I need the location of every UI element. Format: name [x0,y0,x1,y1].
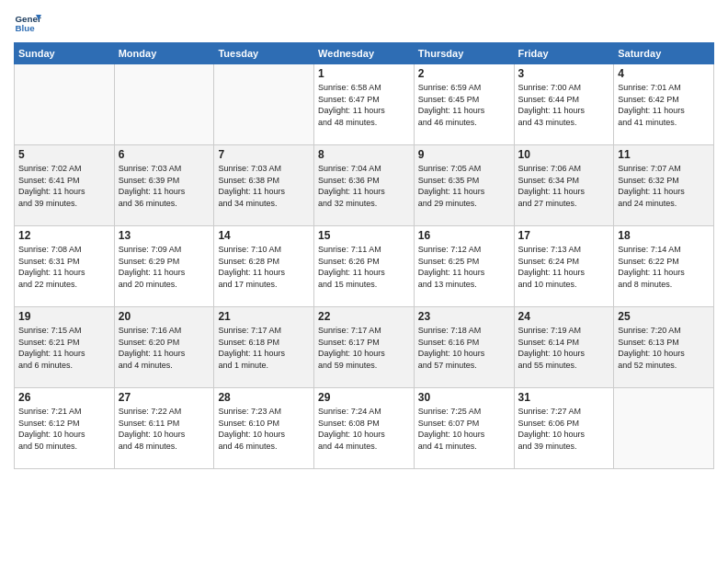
day-number: 20 [119,310,210,323]
weekday-thursday: Thursday [414,43,514,64]
day-number: 23 [418,310,510,323]
day-info: Sunrise: 7:03 AM Sunset: 6:39 PM Dayligh… [119,163,210,209]
week-row-3: 12Sunrise: 7:08 AM Sunset: 6:31 PM Dayli… [15,226,714,307]
day-info: Sunrise: 7:25 AM Sunset: 6:07 PM Dayligh… [418,406,510,452]
day-info: Sunrise: 7:04 AM Sunset: 6:36 PM Dayligh… [318,163,410,209]
day-cell: 22Sunrise: 7:17 AM Sunset: 6:17 PM Dayli… [314,307,415,388]
day-number: 3 [518,67,610,80]
day-info: Sunrise: 7:21 AM Sunset: 6:12 PM Dayligh… [18,406,110,452]
day-cell: 3Sunrise: 7:00 AM Sunset: 6:44 PM Daylig… [514,64,614,145]
weekday-tuesday: Tuesday [214,43,314,64]
day-cell: 11Sunrise: 7:07 AM Sunset: 6:32 PM Dayli… [614,145,714,226]
day-cell: 5Sunrise: 7:02 AM Sunset: 6:41 PM Daylig… [15,145,115,226]
day-number: 16 [418,229,510,242]
day-number: 27 [119,391,210,404]
day-cell [614,388,714,469]
day-info: Sunrise: 7:15 AM Sunset: 6:21 PM Dayligh… [18,325,110,371]
day-number: 18 [618,229,710,242]
day-info: Sunrise: 7:10 AM Sunset: 6:28 PM Dayligh… [218,244,310,290]
calendar-container: General Blue SundayMondayTuesdayWednesda… [0,0,728,563]
day-number: 24 [518,310,610,323]
day-info: Sunrise: 7:14 AM Sunset: 6:22 PM Dayligh… [618,244,710,290]
day-cell: 8Sunrise: 7:04 AM Sunset: 6:36 PM Daylig… [314,145,415,226]
day-info: Sunrise: 7:13 AM Sunset: 6:24 PM Dayligh… [518,244,610,290]
header: General Blue [14,9,714,37]
day-number: 29 [318,391,410,404]
day-info: Sunrise: 7:16 AM Sunset: 6:20 PM Dayligh… [119,325,210,371]
day-number: 28 [218,391,310,404]
day-info: Sunrise: 7:09 AM Sunset: 6:29 PM Dayligh… [119,244,210,290]
day-number: 19 [18,310,110,323]
day-number: 30 [418,391,510,404]
day-info: Sunrise: 7:17 AM Sunset: 6:17 PM Dayligh… [318,325,410,371]
day-info: Sunrise: 7:27 AM Sunset: 6:06 PM Dayligh… [518,406,610,452]
day-cell: 1Sunrise: 6:58 AM Sunset: 6:47 PM Daylig… [314,64,415,145]
day-number: 12 [18,229,110,242]
day-cell: 15Sunrise: 7:11 AM Sunset: 6:26 PM Dayli… [314,226,415,307]
week-row-1: 1Sunrise: 6:58 AM Sunset: 6:47 PM Daylig… [15,64,714,145]
weekday-sunday: Sunday [15,43,115,64]
logo-icon: General Blue [14,9,41,37]
day-cell [214,64,314,145]
day-cell: 13Sunrise: 7:09 AM Sunset: 6:29 PM Dayli… [114,226,214,307]
day-cell: 21Sunrise: 7:17 AM Sunset: 6:18 PM Dayli… [214,307,314,388]
day-info: Sunrise: 7:18 AM Sunset: 6:16 PM Dayligh… [418,325,510,371]
week-row-5: 26Sunrise: 7:21 AM Sunset: 6:12 PM Dayli… [15,388,714,469]
day-cell: 19Sunrise: 7:15 AM Sunset: 6:21 PM Dayli… [15,307,115,388]
day-cell: 12Sunrise: 7:08 AM Sunset: 6:31 PM Dayli… [15,226,115,307]
svg-text:Blue: Blue [16,23,36,33]
day-cell [114,64,214,145]
day-number: 5 [18,148,110,161]
day-cell: 7Sunrise: 7:03 AM Sunset: 6:38 PM Daylig… [214,145,314,226]
day-info: Sunrise: 7:19 AM Sunset: 6:14 PM Dayligh… [518,325,610,371]
weekday-wednesday: Wednesday [314,43,415,64]
day-cell: 2Sunrise: 6:59 AM Sunset: 6:45 PM Daylig… [414,64,514,145]
day-info: Sunrise: 7:12 AM Sunset: 6:25 PM Dayligh… [418,244,510,290]
day-number: 6 [119,148,210,161]
day-number: 10 [518,148,610,161]
day-cell: 24Sunrise: 7:19 AM Sunset: 6:14 PM Dayli… [514,307,614,388]
day-info: Sunrise: 6:59 AM Sunset: 6:45 PM Dayligh… [418,82,510,128]
day-info: Sunrise: 7:01 AM Sunset: 6:42 PM Dayligh… [618,82,710,128]
calendar-table: SundayMondayTuesdayWednesdayThursdayFrid… [14,42,714,469]
day-number: 13 [119,229,210,242]
day-number: 2 [418,67,510,80]
day-cell [15,64,115,145]
day-cell: 25Sunrise: 7:20 AM Sunset: 6:13 PM Dayli… [614,307,714,388]
day-number: 17 [518,229,610,242]
weekday-friday: Friday [514,43,614,64]
day-number: 31 [518,391,610,404]
day-number: 7 [218,148,310,161]
day-info: Sunrise: 6:58 AM Sunset: 6:47 PM Dayligh… [318,82,410,128]
day-cell: 14Sunrise: 7:10 AM Sunset: 6:28 PM Dayli… [214,226,314,307]
day-cell: 10Sunrise: 7:06 AM Sunset: 6:34 PM Dayli… [514,145,614,226]
day-cell: 16Sunrise: 7:12 AM Sunset: 6:25 PM Dayli… [414,226,514,307]
day-info: Sunrise: 7:08 AM Sunset: 6:31 PM Dayligh… [18,244,110,290]
day-cell: 31Sunrise: 7:27 AM Sunset: 6:06 PM Dayli… [514,388,614,469]
day-info: Sunrise: 7:17 AM Sunset: 6:18 PM Dayligh… [218,325,310,371]
day-cell: 30Sunrise: 7:25 AM Sunset: 6:07 PM Dayli… [414,388,514,469]
day-info: Sunrise: 7:06 AM Sunset: 6:34 PM Dayligh… [518,163,610,209]
day-number: 1 [318,67,410,80]
day-cell: 9Sunrise: 7:05 AM Sunset: 6:35 PM Daylig… [414,145,514,226]
day-cell: 4Sunrise: 7:01 AM Sunset: 6:42 PM Daylig… [614,64,714,145]
weekday-monday: Monday [114,43,214,64]
day-cell: 6Sunrise: 7:03 AM Sunset: 6:39 PM Daylig… [114,145,214,226]
day-cell: 28Sunrise: 7:23 AM Sunset: 6:10 PM Dayli… [214,388,314,469]
day-info: Sunrise: 7:07 AM Sunset: 6:32 PM Dayligh… [618,163,710,209]
day-number: 4 [618,67,710,80]
day-info: Sunrise: 7:03 AM Sunset: 6:38 PM Dayligh… [218,163,310,209]
day-cell: 17Sunrise: 7:13 AM Sunset: 6:24 PM Dayli… [514,226,614,307]
weekday-header-row: SundayMondayTuesdayWednesdayThursdayFrid… [15,43,714,64]
weekday-saturday: Saturday [614,43,714,64]
day-number: 15 [318,229,410,242]
day-number: 26 [18,391,110,404]
day-info: Sunrise: 7:22 AM Sunset: 6:11 PM Dayligh… [119,406,210,452]
day-number: 14 [218,229,310,242]
day-info: Sunrise: 7:02 AM Sunset: 6:41 PM Dayligh… [18,163,110,209]
day-info: Sunrise: 7:20 AM Sunset: 6:13 PM Dayligh… [618,325,710,371]
week-row-2: 5Sunrise: 7:02 AM Sunset: 6:41 PM Daylig… [15,145,714,226]
day-info: Sunrise: 7:00 AM Sunset: 6:44 PM Dayligh… [518,82,610,128]
day-cell: 27Sunrise: 7:22 AM Sunset: 6:11 PM Dayli… [114,388,214,469]
day-cell: 20Sunrise: 7:16 AM Sunset: 6:20 PM Dayli… [114,307,214,388]
